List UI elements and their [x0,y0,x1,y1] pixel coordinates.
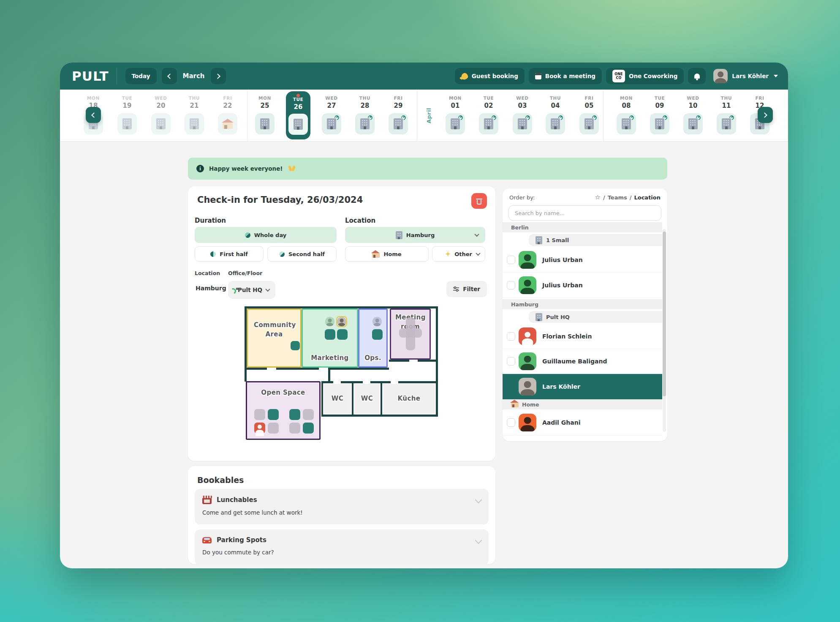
today-button[interactable]: Today [125,68,157,84]
strip-next-button[interactable] [758,107,773,123]
desk[interactable] [303,409,314,420]
duration-label: Duration [195,217,226,224]
desk[interactable] [303,423,314,434]
home-icon [372,253,380,258]
location-home-option[interactable]: Home [345,246,429,262]
group-header-berlin: Berlin [503,222,662,232]
day-cell[interactable]: THU11 [712,95,740,140]
office-floor-select[interactable]: Pult HQ [228,281,275,299]
second-half-icon [279,251,285,257]
sparkles-icon [445,251,451,257]
desk[interactable] [268,423,279,434]
delete-checkin-button[interactable] [471,193,487,209]
person-checkbox[interactable] [507,256,515,264]
filter-button[interactable]: Filter [446,281,487,297]
office-building-icon [722,118,731,129]
office-building-icon [518,118,527,129]
location-office-select[interactable]: Hamburg [345,227,485,243]
office-building-icon [484,118,493,129]
day-cell[interactable]: TUE19 [113,95,141,140]
first-half-icon [210,251,216,257]
bookable-parking-spots[interactable]: Parking Spots Do you commute by car? [195,529,489,565]
user-name: Lars Köhler [732,73,769,79]
prev-month-button[interactable] [162,68,177,84]
strip-prev-button[interactable] [86,107,101,123]
chevron-down-icon [774,75,778,77]
day-cell[interactable]: THU28 [351,95,379,140]
first-half-option[interactable]: First half [195,246,264,262]
avatar [713,69,728,83]
bell-icon [694,74,700,79]
day-cell[interactable]: THU04 [541,95,569,140]
occupant-avatar-lars [337,317,346,326]
book-meeting-button[interactable]: Book a meeting [529,68,602,84]
day-cell[interactable]: TUE09 [646,95,674,140]
next-month-button[interactable] [211,68,226,84]
person-checkbox[interactable] [507,418,515,427]
desk[interactable] [254,409,265,420]
day-cell[interactable]: THU21 [180,95,208,140]
room-wc-2: WC [354,384,380,414]
people-sidebar: Order by: ☆ / Teams / Location Berlin 1 … [503,188,667,441]
star-icon[interactable]: ☆ [595,194,600,201]
guest-booking-button[interactable]: Guest booking [455,68,525,84]
second-half-option[interactable]: Second half [267,246,337,262]
day-cell[interactable]: FRI22 [214,95,242,140]
user-profile-menu[interactable]: Lars Köhler [713,69,778,83]
person-row[interactable]: Julius Urban [503,248,662,273]
chevron-down-icon [474,232,479,237]
scrollbar-thumb[interactable] [663,232,666,396]
day-cell-selected[interactable]: TUE26 [286,91,310,139]
location-label: Location [345,217,375,224]
person-row[interactable]: Guillaume Baligand [503,349,662,374]
person-row[interactable]: Aadil Ghani [503,410,662,435]
desk-occupied[interactable] [254,423,265,434]
bookable-lunchables[interactable]: Lunchables Come and get some lunch at wo… [195,489,489,524]
day-cell[interactable]: WED10 [679,95,707,140]
room-label: Ops. [359,354,386,363]
person-checkbox[interactable] [507,332,515,341]
day-cell[interactable]: MON01 [441,95,469,140]
person-icon [254,423,265,434]
one-coworking-logo-icon: ONECO [612,70,625,82]
day-cell[interactable]: WED03 [508,95,536,140]
order-by-teams[interactable]: Teams [608,194,627,201]
location-other-select[interactable]: Other [432,246,485,262]
day-cell[interactable]: MON08 [612,95,640,140]
occupant-avatar [372,317,382,326]
day-cell[interactable]: MON25 [251,95,279,140]
whole-day-icon [245,232,250,238]
desk[interactable] [337,329,348,340]
desk[interactable] [372,329,383,340]
office-building-icon [622,118,631,129]
day-cell[interactable]: WED20 [147,95,175,140]
person-row[interactable]: Julius Urban [503,273,662,298]
chevron-down-icon [476,251,480,256]
search-input[interactable] [508,205,661,221]
day-cell[interactable]: WED27 [318,95,345,140]
notifications-button[interactable] [688,68,706,84]
checkin-card: Check-in for Tuesday, 26/03/2024 Duratio… [188,186,495,461]
person-row[interactable]: Florian Schlein [503,324,662,349]
day-cell[interactable]: FRI29 [384,95,412,140]
person-checkbox[interactable] [507,357,515,366]
person-row-selected[interactable]: Lars Köhler [503,374,662,399]
office-building-icon [394,118,403,129]
office-building-icon [294,119,303,130]
order-by-label: Order by: [509,194,535,201]
desk[interactable] [289,409,300,420]
day-cell[interactable]: TUE02 [475,95,503,140]
announcement-text: Happy week everyone! [209,165,283,172]
content-area: i Happy week everyone! Check-in for Tues… [60,142,788,568]
order-by-location[interactable]: Location [634,194,661,201]
day-cell[interactable]: FRI05 [575,95,603,140]
desk[interactable] [268,409,279,420]
desk[interactable] [289,423,300,434]
desk[interactable] [291,341,300,350]
person-checkbox[interactable] [507,281,515,289]
whole-day-option[interactable]: Whole day [195,227,337,243]
one-coworking-button[interactable]: ONECO One Coworking [606,68,684,84]
desk[interactable] [325,329,335,340]
chevron-left-icon [91,112,97,118]
group-header-home: Home [503,399,662,409]
